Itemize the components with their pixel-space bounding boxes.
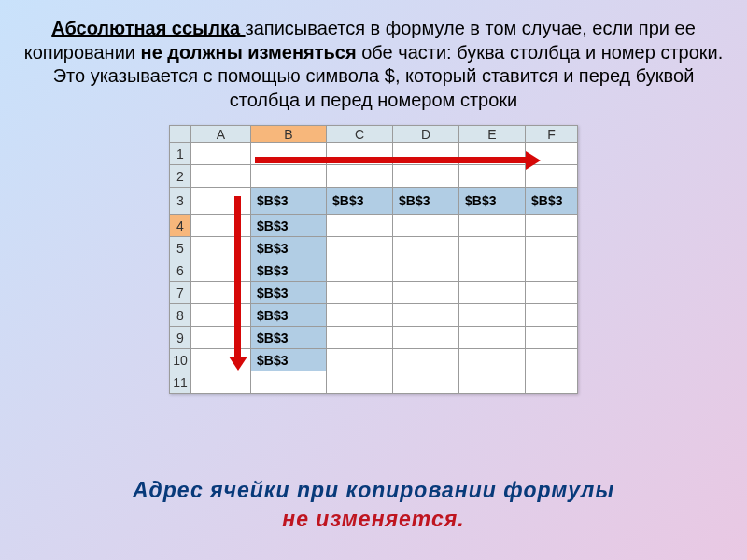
cell: $B$3 <box>251 282 327 304</box>
footer-line-2: не изменяется. <box>282 507 464 531</box>
cell: $B$3 <box>327 188 393 215</box>
row-header: 11 <box>170 371 191 394</box>
row-header: 6 <box>170 259 191 282</box>
spreadsheet: A B C D E F 1 2 3 $B$3 $B$3 $B$3 $B <box>169 125 578 394</box>
footer-line-1: Адрес ячейки при копировании формулы <box>133 478 614 502</box>
col-header-row: A B C D E F <box>170 126 578 143</box>
cell: $B$3 <box>251 304 327 327</box>
row-header: 8 <box>170 304 191 327</box>
cell: $B$3 <box>251 237 327 259</box>
col-header: A <box>191 126 251 143</box>
footer-text: Адрес ячейки при копировании формулы не … <box>133 476 614 534</box>
row-header: 1 <box>170 143 191 165</box>
title-link: Абсолютная ссылка <box>51 18 245 38</box>
cell: $B$3 <box>251 188 327 215</box>
row-header: 4 <box>170 215 191 237</box>
row-5: 5 $B$3 <box>170 237 578 259</box>
col-header: C <box>327 126 393 143</box>
slide: Абсолютная ссылка записывается в формуле… <box>0 0 747 560</box>
arrow-right-icon <box>255 157 526 163</box>
row-header: 9 <box>170 327 191 349</box>
col-header: F <box>526 126 578 143</box>
row-6: 6 $B$3 <box>170 259 578 282</box>
cell: $B$3 <box>251 327 327 349</box>
row-header: 2 <box>170 165 191 188</box>
cell: $B$3 <box>526 188 578 215</box>
row-11: 11 <box>170 371 578 394</box>
sheet-table: A B C D E F 1 2 3 $B$3 $B$3 $B$3 $B <box>169 125 578 394</box>
para-bold: не должны изменяться <box>141 42 357 63</box>
row-2: 2 <box>170 165 578 188</box>
row-header: 7 <box>170 282 191 304</box>
corner-cell <box>170 126 191 143</box>
cell: $B$3 <box>459 188 526 215</box>
row-3: 3 $B$3 $B$3 $B$3 $B$3 $B$3 <box>170 188 578 215</box>
cell: $B$3 <box>251 259 327 282</box>
cell: $B$3 <box>393 188 459 215</box>
row-9: 9 $B$3 <box>170 327 578 349</box>
row-7: 7 $B$3 <box>170 282 578 304</box>
col-header: B <box>251 126 327 143</box>
row-header: 10 <box>170 349 191 371</box>
row-8: 8 $B$3 <box>170 304 578 327</box>
cell: $B$3 <box>251 215 327 237</box>
row-header: 3 <box>170 188 191 215</box>
cell: $B$3 <box>251 349 327 371</box>
col-header: D <box>393 126 459 143</box>
col-header: E <box>459 126 526 143</box>
arrow-down-icon <box>234 196 241 357</box>
description-paragraph: Абсолютная ссылка записывается в формуле… <box>21 17 726 112</box>
row-4: 4 $B$3 <box>170 215 578 237</box>
row-header: 5 <box>170 237 191 259</box>
